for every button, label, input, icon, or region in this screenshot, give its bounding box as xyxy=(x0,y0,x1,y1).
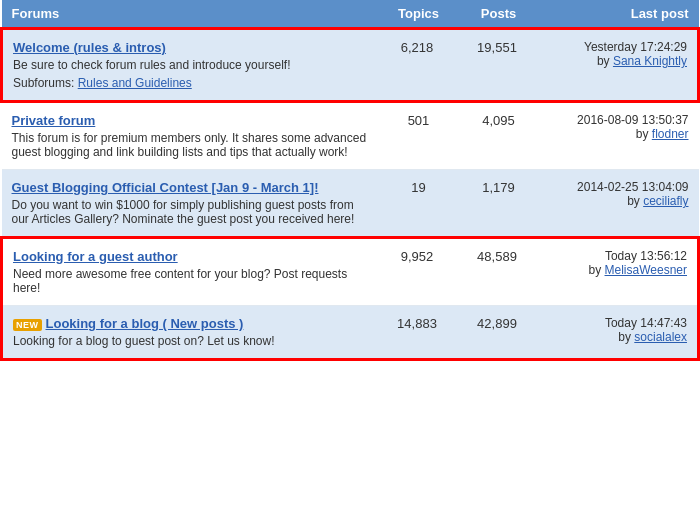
lastpost-date: 2014-02-25 13:04:09 xyxy=(549,180,689,194)
table-row: Looking for a guest authorNeed more awes… xyxy=(3,239,697,306)
forum-table: Forums Topics Posts Last post Welcome (r… xyxy=(0,0,700,361)
lastpost-by: by ceciliafly xyxy=(549,194,689,208)
lastpost-cell: Today 13:56:12by MelisaWeesner xyxy=(537,239,697,306)
lastpost-username[interactable]: socialalex xyxy=(634,330,687,344)
forum-desc: Need more awesome free content for your … xyxy=(13,267,367,295)
lastpost-username[interactable]: flodner xyxy=(652,127,689,141)
forum-title[interactable]: Welcome (rules & intros) xyxy=(13,40,166,55)
posts-cell: 42,899 xyxy=(457,306,537,359)
highlighted-group: Welcome (rules & intros)Be sure to check… xyxy=(2,29,699,102)
forum-desc: This forum is for premium members only. … xyxy=(12,131,369,159)
lastpost-by: by MelisaWeesner xyxy=(547,263,687,277)
forum-desc: Looking for a blog to guest post on? Let… xyxy=(13,334,367,348)
header-lastpost: Last post xyxy=(539,0,699,29)
header-posts: Posts xyxy=(459,0,539,29)
forum-info-cell: Guest Blogging Official Contest [Jan 9 -… xyxy=(2,170,379,238)
lastpost-by: by Sana Knightly xyxy=(547,54,687,68)
forum-title[interactable]: Private forum xyxy=(12,113,96,128)
forum-info-cell: Private forumThis forum is for premium m… xyxy=(2,102,379,170)
lastpost-username[interactable]: MelisaWeesner xyxy=(605,263,687,277)
new-badge: NEW xyxy=(13,319,42,331)
forum-title[interactable]: Looking for a blog ( New posts ) xyxy=(46,316,244,331)
lastpost-cell: 2016-08-09 13:50:37by flodner xyxy=(539,102,699,170)
subforum-link[interactable]: Rules and Guidelines xyxy=(78,76,192,90)
forum-desc: Do you want to win $1000 for simply publ… xyxy=(12,198,369,226)
lastpost-cell: 2014-02-25 13:04:09by ceciliafly xyxy=(539,170,699,238)
forum-title[interactable]: Looking for a guest author xyxy=(13,249,178,264)
lastpost-date: Yesterday 17:24:29 xyxy=(547,40,687,54)
topics-cell: 14,883 xyxy=(377,306,457,359)
lastpost-date: 2016-08-09 13:50:37 xyxy=(549,113,689,127)
topics-cell: 9,952 xyxy=(377,239,457,306)
table-row: Private forumThis forum is for premium m… xyxy=(2,102,699,170)
table-row: NEWLooking for a blog ( New posts )Looki… xyxy=(3,306,697,359)
lastpost-username[interactable]: Sana Knightly xyxy=(613,54,687,68)
lastpost-cell: Yesterday 17:24:29by Sana Knightly xyxy=(537,30,697,100)
forum-desc: Be sure to check forum rules and introdu… xyxy=(13,58,367,72)
highlighted-group: Looking for a guest authorNeed more awes… xyxy=(2,238,699,360)
table-header: Forums Topics Posts Last post xyxy=(2,0,699,29)
forum-info-cell: Welcome (rules & intros)Be sure to check… xyxy=(3,30,377,100)
subforum-line: Subforums: Rules and Guidelines xyxy=(13,76,367,90)
lastpost-by: by socialalex xyxy=(547,330,687,344)
forum-info-cell: Looking for a guest authorNeed more awes… xyxy=(3,239,377,306)
table-row: Welcome (rules & intros)Be sure to check… xyxy=(3,30,697,100)
forum-title[interactable]: Guest Blogging Official Contest [Jan 9 -… xyxy=(12,180,319,195)
lastpost-date: Today 14:47:43 xyxy=(547,316,687,330)
lastpost-date: Today 13:56:12 xyxy=(547,249,687,263)
header-forums: Forums xyxy=(2,0,379,29)
forum-info-cell: NEWLooking for a blog ( New posts )Looki… xyxy=(3,306,377,359)
lastpost-by: by flodner xyxy=(549,127,689,141)
lastpost-cell: Today 14:47:43by socialalex xyxy=(537,306,697,359)
topics-cell: 6,218 xyxy=(377,30,457,100)
topics-cell: 19 xyxy=(379,170,459,238)
posts-cell: 19,551 xyxy=(457,30,537,100)
posts-cell: 4,095 xyxy=(459,102,539,170)
table-row: Guest Blogging Official Contest [Jan 9 -… xyxy=(2,170,699,238)
lastpost-username[interactable]: ceciliafly xyxy=(643,194,688,208)
posts-cell: 1,179 xyxy=(459,170,539,238)
posts-cell: 48,589 xyxy=(457,239,537,306)
header-topics: Topics xyxy=(379,0,459,29)
topics-cell: 501 xyxy=(379,102,459,170)
